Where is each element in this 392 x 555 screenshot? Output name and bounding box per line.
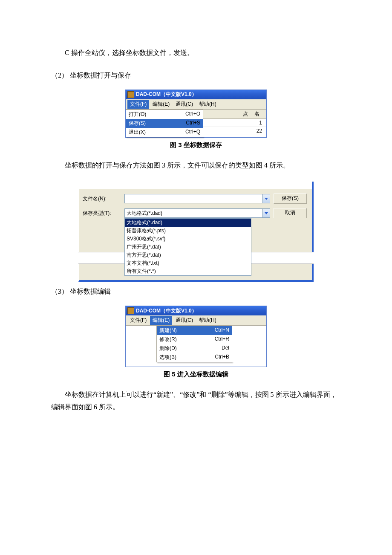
menu-help[interactable]: 帮助(H) [196, 100, 219, 109]
menu-edit[interactable]: 编辑(E) [150, 100, 172, 109]
menu-item-shortcut: Ctrl+S [186, 120, 200, 127]
section-2-para: 坐标数据的打开与保存方法如图 3 所示，文件可以保存的类型如图 4 所示。 [51, 159, 341, 172]
filename-combo[interactable] [124, 194, 270, 203]
type-option[interactable]: 拓普康格式(*.pts) [125, 227, 251, 235]
menu-item-退出(X)[interactable]: 退出(X)Ctrl+Q [126, 128, 203, 137]
type-option[interactable]: 广州开思(*.dat) [125, 243, 251, 251]
app-icon [127, 91, 134, 98]
type-option[interactable]: 所有文件(*.*) [125, 267, 251, 275]
menu-item-shortcut: Ctrl+Q [185, 129, 200, 136]
fig5-title: DAD-COM（中文版V1.0） [136, 307, 197, 315]
menu-comm[interactable]: 通讯(C) [173, 100, 196, 109]
fig3-titlebar[interactable]: DAD-COM（中文版V1.0） [126, 90, 266, 99]
menu-item-shortcut: Ctrl+O [185, 111, 200, 118]
menu-item-shortcut: Del [222, 345, 229, 352]
type-option[interactable]: SV300格式(*.svf) [125, 235, 251, 243]
fig3-data-col: 点 名 1 22 [203, 110, 266, 137]
fig3-caption: 图 3 坐标数据保存 [51, 141, 341, 149]
menu-help[interactable]: 帮助(H) [196, 316, 219, 325]
type-value: 大地格式(*.dad) [125, 209, 262, 217]
menu-item-shortcut: Ctrl+N [215, 327, 229, 334]
menu-item-新建(N)[interactable]: 新建(N)Ctrl+N [157, 326, 232, 335]
fig3-window: DAD-COM（中文版V1.0） 文件(F) 编辑(E) 通讯(C) 帮助(H)… [125, 90, 267, 138]
body-line-c: C 操作全站仪，选择坐标数据文件，发送。 [65, 47, 341, 59]
menu-item-保存(S)[interactable]: 保存(S)Ctrl+S [126, 119, 203, 128]
fig3-menubar: 文件(F) 编辑(E) 通讯(C) 帮助(H) [126, 99, 266, 110]
menu-comm[interactable]: 通讯(C) [173, 316, 196, 325]
fig4-dialog: 文件名(N): 保存(S) 保存类型(T): 大地格式(*.dad) 取消 大地 [78, 182, 314, 264]
menu-file[interactable]: 文件(F) [127, 316, 149, 325]
label-type: 保存类型(T): [83, 210, 121, 217]
menu-item-label: 删除(D) [159, 345, 222, 352]
section-2-title: （2） 坐标数据打开与保存 [51, 69, 341, 82]
menu-item-label: 打开(O) [129, 111, 185, 118]
menu-item-label: 选项(B) [159, 354, 215, 361]
chevron-down-icon[interactable] [262, 209, 270, 217]
fig5-edit-dropdown: 新建(N)Ctrl+N修改(R)Ctrl+R删除(D)Del选项(B)Ctrl+… [156, 326, 232, 362]
fig3-col-header: 点 名 [203, 110, 266, 119]
fig3-row: 1 [203, 119, 266, 127]
type-combo[interactable]: 大地格式(*.dad) [124, 208, 270, 218]
label-filename: 文件名(N): [83, 195, 121, 202]
fig5-window: DAD-COM（中文版V1.0） 文件(F) 编辑(E) 通讯(C) 帮助(H)… [125, 306, 267, 367]
save-button[interactable]: 保存(S) [274, 194, 307, 204]
menu-item-删除(D)[interactable]: 删除(D)Del [157, 344, 232, 353]
type-option[interactable]: 文本文档(*.txt) [125, 259, 251, 267]
fig5-menubar: 文件(F) 编辑(E) 通讯(C) 帮助(H) [126, 315, 266, 326]
menu-item-修改(R)[interactable]: 修改(R)Ctrl+R [157, 335, 232, 344]
section-3-title: （3） 坐标数据编辑 [51, 286, 341, 298]
menu-edit[interactable]: 编辑(E) [150, 316, 172, 325]
menu-file[interactable]: 文件(F) [127, 100, 149, 109]
menu-item-shortcut: Ctrl+B [215, 354, 229, 361]
type-options-list[interactable]: 大地格式(*.dad)拓普康格式(*.pts)SV300格式(*.svf)广州开… [124, 218, 251, 276]
menu-item-shortcut: Ctrl+R [215, 336, 229, 343]
fig5-titlebar[interactable]: DAD-COM（中文版V1.0） [126, 306, 266, 315]
app-icon [127, 307, 134, 314]
cancel-button[interactable]: 取消 [274, 208, 307, 218]
chevron-down-icon[interactable] [262, 194, 270, 203]
menu-item-label: 退出(X) [129, 129, 185, 136]
type-option[interactable]: 南方开思(*.dat) [125, 251, 251, 259]
menu-item-选项(B)[interactable]: 选项(B)Ctrl+B [157, 353, 232, 362]
fig5-caption: 图 5 进入坐标数据编辑 [51, 370, 341, 379]
fig3-title: DAD-COM（中文版V1.0） [136, 91, 197, 98]
type-option[interactable]: 大地格式(*.dad) [125, 219, 251, 227]
menu-item-label: 保存(S) [129, 120, 186, 127]
section-3-para: 坐标数据在计算机上可以进行“新建”、“修改”和 “删除”等编辑，按图 5 所示进… [51, 389, 341, 413]
menu-item-打开(O)[interactable]: 打开(O)Ctrl+O [126, 110, 203, 119]
filename-value [125, 194, 262, 203]
fig3-file-dropdown: 打开(O)Ctrl+O保存(S)Ctrl+S退出(X)Ctrl+Q [126, 110, 203, 137]
menu-item-label: 修改(R) [159, 336, 215, 343]
menu-item-label: 新建(N) [159, 327, 215, 334]
fig3-row: 22 [203, 127, 266, 135]
